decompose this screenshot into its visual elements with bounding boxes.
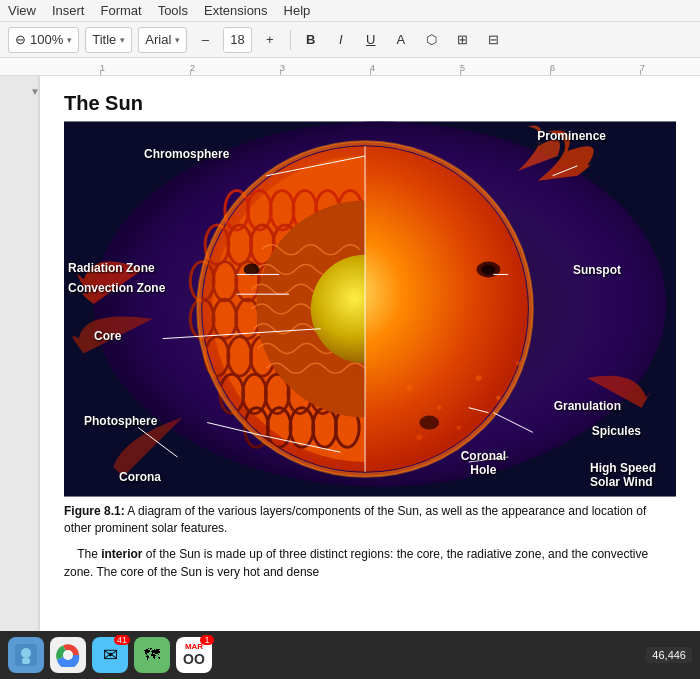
menu-item-tools[interactable]: Tools [158,3,188,18]
svg-rect-82 [22,658,30,664]
mode-button[interactable]: ⊞ [450,27,475,53]
zoom-value: 100% [30,32,63,47]
font-size-value: 18 [230,32,244,47]
svg-point-9 [416,434,422,440]
page-content: The Sun [40,76,700,631]
document-title: The Sun [64,92,676,115]
toolbar-sep-1 [290,30,291,50]
dash-separator: – [193,27,217,53]
figure-caption-bold: Figure 8.1: [64,504,125,518]
italic-button[interactable]: I [329,27,353,53]
figure-caption: Figure 8.1: A diagram of the various lay… [64,503,676,537]
svg-point-81 [21,648,31,658]
svg-point-85 [64,651,72,659]
sun-diagram-svg [64,119,676,499]
svg-point-12 [419,416,439,430]
svg-point-5 [476,375,482,381]
mail-icon[interactable]: ✉ 41 [92,637,128,673]
body-text: The interior of the Sun is made up of th… [64,545,676,581]
indent-marker: ▼ [30,86,40,97]
svg-point-8 [457,425,461,429]
font-value: Arial [145,32,171,47]
style-arrow: ▾ [120,35,125,45]
toolbar: ⊖ 100% ▾ Title ▾ Arial ▾ – 18 + B I U A … [0,22,700,58]
font-size-select[interactable]: 18 [223,27,251,53]
zoom-select[interactable]: ⊖ 100% ▾ [8,27,79,53]
svg-point-6 [496,396,500,400]
menu-item-help[interactable]: Help [284,3,311,18]
menu-bar: View Insert Format Tools Extensions Help [0,0,700,22]
style-select[interactable]: Title ▾ [85,27,132,53]
svg-point-11 [482,265,496,275]
color-button[interactable]: A [389,27,413,53]
label-photosphere: Photosphere [84,414,157,428]
finder-icon[interactable] [8,637,44,673]
label-spicules: Spicules [592,424,641,438]
calendar-badge: 1 [200,635,214,645]
svg-point-67 [244,264,260,276]
menu-item-format[interactable]: Format [100,3,141,18]
figure-caption-text: A diagram of the various layers/componen… [64,504,646,535]
calendar-day: OO [183,652,205,667]
style-value: Title [92,32,116,47]
zoom-arrow: ▾ [67,35,72,45]
link-button[interactable]: ⬡ [419,27,444,53]
label-granulation: Granulation [554,399,621,413]
zoom-icon: ⊖ [15,32,26,47]
label-chromosphere: Chromosphere [144,147,229,161]
expand-button[interactable]: ⊟ [481,27,506,53]
diagram-container: Chromosphere Prominence Radiation Zone C… [64,119,676,499]
label-high-speed-solar-wind: High SpeedSolar Wind [590,461,656,489]
label-radiation-zone: Radiation Zone [68,261,155,275]
calendar-icon[interactable]: MAR OO 1 [176,637,212,673]
font-select[interactable]: Arial ▾ [138,27,187,53]
menu-item-extensions[interactable]: Extensions [204,3,268,18]
document-area: ▼ The Sun [0,76,700,631]
label-core: Core [94,329,121,343]
docs-count: 46,446 [646,647,692,663]
taskbar: ✉ 41 🗺 MAR OO 1 46,446 [0,631,700,679]
underline-button[interactable]: U [359,27,383,53]
svg-point-4 [437,405,442,410]
menu-item-view[interactable]: View [8,3,36,18]
label-sunspot: Sunspot [573,263,621,277]
label-coronal-hole: CoronalHole [461,449,506,477]
font-size-plus[interactable]: + [258,27,282,53]
label-prominence: Prominence [537,129,606,143]
bold-button[interactable]: B [299,27,323,53]
chrome-icon[interactable] [50,637,86,673]
maps-icon[interactable]: 🗺 [134,637,170,673]
ruler: 1 2 3 4 5 6 7 [0,58,700,76]
font-arrow: ▾ [175,35,180,45]
menu-item-insert[interactable]: Insert [52,3,85,18]
label-corona: Corona [119,470,161,484]
mail-badge: 41 [114,635,130,645]
left-margin: ▼ [0,76,40,631]
svg-point-3 [407,385,413,391]
label-convection-zone: Convection Zone [68,281,165,295]
